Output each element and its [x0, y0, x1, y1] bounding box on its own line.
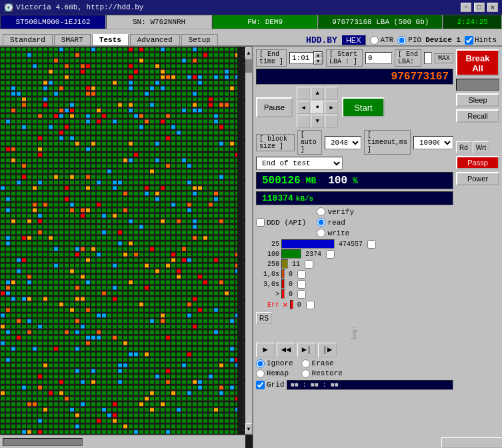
- firmware-segment: FW: DEM9: [212, 15, 318, 29]
- direction-pad: ▲ ◀ ● ▶ ▼: [297, 87, 338, 128]
- start-lba-label: [ Start LBA : ]: [326, 49, 363, 67]
- bar-3s-check[interactable]: [297, 280, 306, 289]
- dir-right[interactable]: ▶: [325, 101, 338, 114]
- bar-err: [290, 300, 293, 309]
- maximize-button[interactable]: □: [474, 3, 485, 12]
- graph-canvas: [0, 47, 245, 448]
- bar-1s-check[interactable]: [297, 270, 306, 279]
- device-label: Device 1: [425, 36, 461, 44]
- rs-button[interactable]: RS: [256, 312, 272, 324]
- rd-button[interactable]: Rd: [456, 141, 471, 153]
- dir-center[interactable]: ●: [311, 101, 324, 114]
- main-content: ▲ ▼ [ End time ] ▲ ▼ [ Start LBA : ] [: [0, 47, 502, 448]
- bar-gt: [281, 289, 285, 299]
- tab-setup[interactable]: Setup: [181, 34, 218, 45]
- atr-radio[interactable]: [370, 36, 379, 45]
- hints-checkbox[interactable]: [465, 36, 473, 45]
- end-button[interactable]: |▶: [318, 343, 337, 357]
- power-button[interactable]: Power: [456, 172, 499, 185]
- back-button[interactable]: ◀◀: [277, 343, 295, 357]
- scroll-up-button[interactable]: ▲: [245, 47, 252, 58]
- model-segment: ST500LM000-1EJ162: [0, 15, 106, 29]
- bar-100-check[interactable]: [326, 250, 335, 259]
- start-lba-input[interactable]: [365, 52, 392, 64]
- dir-up[interactable]: ▲: [311, 87, 324, 100]
- minimize-button[interactable]: −: [461, 3, 471, 12]
- bar-err-row: Err ✕ 0: [256, 299, 453, 310]
- bar-250: [281, 259, 288, 269]
- hints-checkbox-label: Hints: [465, 36, 497, 45]
- timeout-label: [ timeout,ms ]: [364, 130, 411, 155]
- tab-advanced[interactable]: Advanced: [130, 34, 180, 45]
- tab-smart[interactable]: SMART: [54, 34, 91, 45]
- hex-button[interactable]: HEX: [341, 35, 366, 45]
- step-button[interactable]: ▶|: [297, 343, 316, 357]
- end-lba-checkbox[interactable]: [424, 52, 432, 64]
- dir-left[interactable]: ◀: [297, 101, 310, 114]
- bar-gt-row: > 0: [256, 289, 453, 299]
- end-time-up[interactable]: ▲: [314, 52, 322, 58]
- bar-err-check[interactable]: [306, 301, 315, 309]
- grid-checkbox[interactable]: [256, 381, 265, 389]
- end-time-input[interactable]: [290, 53, 313, 63]
- pio-radio[interactable]: [397, 36, 406, 45]
- passp-button[interactable]: Passp: [456, 156, 499, 169]
- close-button[interactable]: ✕: [487, 3, 498, 12]
- right-panel: [ End time ] ▲ ▼ [ Start LBA : ] [ End L…: [253, 47, 502, 448]
- sleep-button[interactable]: Sleep: [456, 93, 499, 107]
- time-segment: 2:24:25: [443, 15, 502, 29]
- title-icon: 💽: [4, 3, 13, 12]
- bar-250-check[interactable]: [305, 260, 313, 269]
- tab-standard[interactable]: Standard: [3, 34, 53, 45]
- pause-button[interactable]: Pause: [256, 97, 293, 117]
- ignore-radio[interactable]: [256, 359, 265, 368]
- bar-3s: [281, 279, 285, 289]
- bar-gt-check[interactable]: [297, 290, 306, 299]
- dir-topright: [325, 87, 338, 100]
- serial-segment: SN: W762NNRH: [106, 15, 212, 29]
- bar-100: [281, 249, 301, 259]
- write-radio-label: write: [317, 229, 354, 237]
- log-label: log:: [351, 326, 358, 341]
- erase-radio[interactable]: [301, 359, 310, 368]
- break-all-button[interactable]: Break All: [456, 49, 499, 76]
- restore-radio[interactable]: [301, 369, 310, 378]
- write-radio[interactable]: [317, 229, 325, 237]
- transport-controls: ▶ ◀◀ ▶| |▶: [256, 343, 453, 357]
- tab-tests[interactable]: Tests: [92, 34, 129, 45]
- play-button[interactable]: ▶: [256, 343, 275, 357]
- end-lba-label: [ End LBA:: [395, 49, 421, 67]
- timeout-select[interactable]: 10000500030000: [413, 136, 453, 149]
- erase-radio-label: Erase: [301, 359, 343, 368]
- verify-radio[interactable]: [317, 207, 325, 216]
- speed-display: 118374 kB/s: [256, 191, 453, 205]
- end-lba-max-label: MAX: [435, 53, 453, 63]
- ddd-checkbox[interactable]: [256, 218, 265, 227]
- wrt-button[interactable]: Wrt: [473, 141, 489, 153]
- grid-checkbox-label: Grid: [256, 381, 284, 389]
- recall-button[interactable]: Recall: [456, 109, 499, 123]
- mode-select[interactable]: End of test: [256, 157, 343, 170]
- bar-25-check[interactable]: [367, 240, 376, 249]
- lba-display: 976773167: [256, 69, 453, 85]
- verify-radio-label: verify: [317, 207, 354, 216]
- dir-botright: [325, 115, 338, 128]
- title-bar: 💽 Victoria 4.68b, http://hdd.by − □ ✕: [0, 0, 502, 15]
- status-bar: ST500LM000-1EJ162 SN: W762NNRH FW: DEM9 …: [0, 15, 502, 29]
- read-radio[interactable]: [317, 218, 325, 227]
- brand-label: HDD.BY: [306, 35, 337, 45]
- remap-radio[interactable]: [256, 369, 265, 378]
- block-size-select[interactable]: 20485124096: [325, 136, 361, 149]
- dir-down[interactable]: ▼: [311, 115, 324, 128]
- bar-100-row: 100 2374: [256, 249, 453, 259]
- end-time-down[interactable]: ▼: [314, 58, 322, 64]
- ddd-checkbox-label: DDD (API): [256, 218, 306, 227]
- tab-bar: Standard SMART Tests Advanced Setup HDD.…: [0, 29, 502, 47]
- dir-topleft: [297, 87, 310, 100]
- bar-250-row: 250 11: [256, 259, 453, 269]
- start-button[interactable]: Start: [342, 97, 384, 117]
- scroll-down-button[interactable]: ▼: [245, 423, 252, 434]
- title-text: Victoria 4.68b, http://hdd.by: [16, 3, 143, 11]
- action-buttons: Break All Sleep Recall Rd Wrt Passp Powe…: [456, 49, 499, 445]
- mb-display: 500126 MB 100 %: [256, 172, 453, 189]
